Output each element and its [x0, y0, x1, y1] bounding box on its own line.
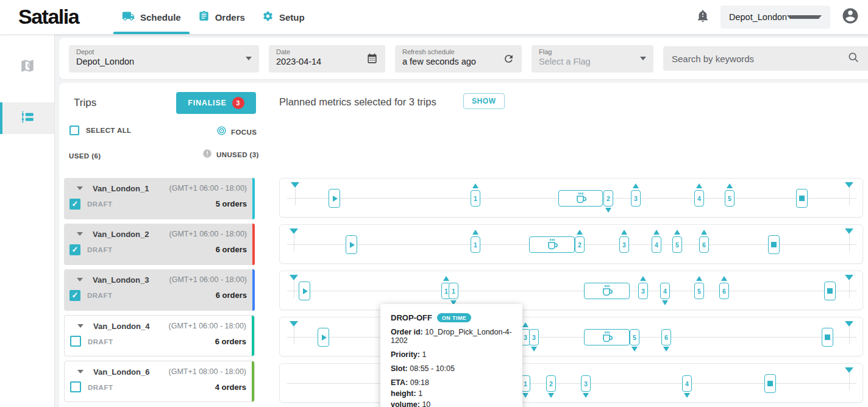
van-card[interactable]: Van_London_1(GMT+1 06:00 - 18:00)✓DRAFT5…: [64, 178, 255, 219]
chevron-down-icon[interactable]: [77, 370, 84, 373]
van-card[interactable]: Van_London_4(GMT+1 06:00 - 18:00)DRAFT6 …: [64, 315, 255, 356]
tooltip-field: Priority: 1: [391, 350, 512, 359]
flag-filter[interactable]: Flag Select a Flag: [532, 45, 653, 73]
clipboard-icon: [198, 10, 210, 24]
chevron-down-icon[interactable]: [77, 324, 84, 328]
tab-setup-label: Setup: [279, 12, 305, 23]
checkbox-unchecked[interactable]: [70, 336, 81, 347]
trip-start-marker[interactable]: [318, 328, 329, 347]
van-checkbox[interactable]: [70, 336, 81, 347]
select-all-checkbox[interactable]: [69, 126, 79, 135]
search-input[interactable]: [672, 54, 847, 64]
stop-marker[interactable]: 5: [694, 283, 704, 299]
trip-end-marker[interactable]: [822, 328, 833, 347]
chevron-down-icon[interactable]: [77, 232, 83, 236]
shift-window-marker[interactable]: [845, 228, 853, 234]
van-color-stripe: [252, 269, 255, 311]
stop-marker[interactable]: 3: [581, 375, 591, 392]
date-filter[interactable]: Date 2023-04-14: [269, 45, 385, 73]
stop-marker[interactable]: 3: [631, 190, 641, 207]
focus-toggle[interactable]: FOCUS: [216, 126, 257, 138]
depot-selector[interactable]: Depot_London: [720, 5, 830, 29]
depot-filter[interactable]: Depot Depot_London: [69, 45, 259, 73]
eta-arrow-down-icon: [605, 208, 611, 213]
shift-window-marker[interactable]: [290, 275, 298, 280]
shift-window-marker[interactable]: [845, 367, 853, 373]
calendar-icon[interactable]: [366, 45, 378, 73]
stop-marker[interactable]: 2: [575, 236, 585, 253]
shift-window-marker[interactable]: [845, 321, 853, 327]
checkbox-checked[interactable]: ✓: [69, 199, 80, 210]
eta-arrow-up-icon: [721, 276, 727, 281]
trip-end-marker[interactable]: [764, 374, 776, 393]
stop-marker[interactable]: 6: [719, 283, 729, 299]
stop-marker[interactable]: 1: [471, 236, 480, 253]
stop-marker[interactable]: 5: [630, 329, 639, 345]
shift-window-marker[interactable]: [291, 182, 299, 188]
chevron-down-icon[interactable]: [77, 278, 83, 281]
stop-marker[interactable]: 3: [619, 236, 629, 253]
eta-arrow-up-icon: [727, 183, 733, 188]
stop-marker[interactable]: 6: [661, 329, 671, 345]
trip-start-marker[interactable]: [299, 281, 310, 300]
stop-marker[interactable]: 1: [449, 283, 458, 299]
stop-marker[interactable]: 6: [699, 236, 709, 253]
tooltip-field: Slot: 08:55 - 10:05: [391, 364, 512, 373]
van-checkbox[interactable]: ✓: [69, 198, 80, 209]
tooltip-field: Order id: 10_Drop_Pick_London-4-1202: [391, 328, 512, 345]
shift-window-marker[interactable]: [290, 321, 298, 327]
finalise-button[interactable]: FINALISE 3: [176, 92, 256, 114]
stop-marker[interactable]: 5: [672, 236, 682, 253]
shift-window-marker[interactable]: [845, 182, 853, 188]
trip-start-marker[interactable]: [346, 235, 357, 254]
stop-marker[interactable]: 2: [603, 190, 613, 207]
checkbox-unchecked[interactable]: [70, 381, 81, 392]
trip-end-marker[interactable]: [768, 235, 780, 254]
sidebar-item-timeline-view[interactable]: [0, 102, 54, 134]
timeline-axis: [287, 291, 856, 291]
stop-marker[interactable]: 3: [638, 283, 648, 299]
stop-marker[interactable]: 4: [660, 283, 670, 299]
stop-marker[interactable]: 4: [694, 190, 704, 207]
stop-marker[interactable]: 1: [471, 190, 480, 207]
van-card[interactable]: Van_London_2(GMT+1 06:00 - 18:00)✓DRAFT6…: [64, 224, 255, 265]
sidebar-item-map-view[interactable]: [0, 51, 54, 83]
chevron-down-icon[interactable]: [77, 186, 83, 190]
van-card[interactable]: Van_London_3(GMT+1 06:00 - 18:00)✓DRAFT6…: [64, 269, 255, 311]
van-checkbox[interactable]: [70, 381, 81, 392]
shift-window-marker[interactable]: [845, 275, 853, 280]
break-marker[interactable]: [558, 190, 603, 207]
tab-orders[interactable]: Orders: [190, 0, 254, 34]
trip-start-marker[interactable]: [329, 189, 340, 208]
van-checkbox[interactable]: ✓: [69, 244, 80, 255]
stop-marker[interactable]: 5: [725, 190, 735, 207]
tooltip-stop-type: DROP-OFF: [391, 313, 432, 322]
tab-schedule[interactable]: Schedule: [113, 0, 190, 34]
notification-bell-icon[interactable]: [696, 9, 710, 25]
checkbox-checked[interactable]: ✓: [69, 290, 80, 301]
stop-marker[interactable]: 2: [546, 375, 556, 392]
stop-icon: [799, 196, 805, 201]
break-marker[interactable]: [529, 236, 575, 253]
shift-window-marker[interactable]: [290, 228, 298, 234]
van-checkbox[interactable]: ✓: [69, 289, 80, 300]
show-metrics-button[interactable]: SHOW: [463, 93, 505, 109]
trip-end-marker[interactable]: [824, 281, 836, 300]
eta-arrow-up-icon: [653, 230, 660, 235]
van-status-label: DRAFT: [88, 338, 113, 345]
stop-marker[interactable]: 4: [682, 375, 692, 392]
refresh-icon[interactable]: [503, 45, 514, 73]
tab-setup[interactable]: Setup: [254, 0, 313, 34]
break-marker[interactable]: [584, 329, 630, 345]
trip-end-marker[interactable]: [796, 189, 808, 208]
search-icon[interactable]: [847, 51, 859, 66]
van-card[interactable]: Van_London_6(GMT+1 08:00 - 18:00)DRAFT4 …: [64, 361, 255, 402]
stop-marker[interactable]: 3: [529, 329, 539, 345]
eta-arrow-down-icon: [684, 393, 690, 398]
stop-marker[interactable]: 4: [652, 236, 661, 253]
refresh-schedule-field: Refresh schedule a few seconds ago: [395, 45, 522, 73]
timeline-axis: [287, 337, 856, 338]
account-avatar-icon[interactable]: [841, 7, 859, 27]
break-marker[interactable]: [584, 283, 630, 299]
checkbox-checked[interactable]: ✓: [69, 244, 80, 255]
